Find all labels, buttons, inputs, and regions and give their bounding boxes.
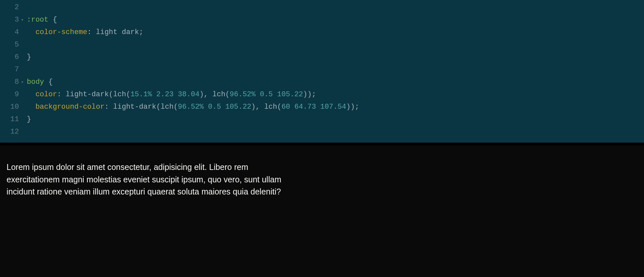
code-token: 15.1% (130, 90, 152, 99)
code-token (290, 103, 294, 111)
code-token: } (27, 115, 31, 123)
code-editor[interactable]: 23▾:root {4 color-scheme: light dark;5 6… (0, 0, 644, 142)
line-number[interactable]: 5 (0, 39, 21, 51)
line-number[interactable]: 12 (0, 126, 21, 138)
code-token: 96.52% (178, 103, 204, 111)
code-token: 0.5 (208, 103, 221, 111)
preview-pane: Lorem ipsum dolor sit amet consectetur, … (0, 145, 644, 211)
code-token (27, 28, 35, 36)
code-token: light-dark(lch( (113, 103, 178, 111)
code-token: ; (139, 28, 143, 36)
fold-icon[interactable]: ▾ (21, 14, 27, 26)
code-token: light dark (96, 28, 139, 36)
code-token (316, 103, 320, 111)
code-token: 2.23 (156, 90, 174, 99)
code-token: { (48, 16, 57, 24)
line-number[interactable]: 8 (0, 76, 21, 88)
code-token (204, 103, 208, 111)
code-token: 60 (281, 103, 290, 111)
code-token: background-color (35, 103, 104, 111)
code-token: color-scheme (35, 28, 87, 36)
code-token: ; (355, 103, 359, 111)
code-token (152, 90, 156, 99)
code-line[interactable]: 2 (0, 1, 644, 14)
code-token: )) (346, 103, 355, 111)
line-number[interactable]: 11 (0, 113, 21, 126)
code-line[interactable]: 9 color: light-dark(lch(15.1% 2.23 38.04… (0, 88, 644, 101)
code-token (221, 103, 225, 111)
code-token: { (44, 78, 53, 86)
code-content[interactable]: background-color: light-dark(lch(96.52% … (27, 101, 359, 113)
code-token: )) (303, 90, 312, 99)
code-line[interactable]: 7 (0, 64, 644, 76)
code-line[interactable]: 10 background-color: light-dark(lch(96.5… (0, 101, 644, 113)
code-token (256, 90, 260, 99)
code-token: 64.73 (295, 103, 316, 111)
pane-divider[interactable] (0, 142, 644, 145)
code-line[interactable]: 8▾body { (0, 76, 644, 88)
code-content[interactable]: } (27, 113, 31, 126)
code-token (27, 103, 35, 111)
code-token: } (27, 53, 31, 61)
code-token (273, 90, 277, 99)
line-number[interactable]: 9 (0, 88, 21, 101)
code-token: : (87, 28, 96, 36)
code-line[interactable]: 3▾:root { (0, 14, 644, 26)
code-line[interactable]: 11} (0, 113, 644, 126)
code-content[interactable]: } (27, 51, 31, 64)
code-content[interactable]: color-scheme: light dark; (27, 26, 143, 39)
code-token (27, 90, 35, 99)
code-line[interactable]: 12 (0, 126, 644, 138)
code-token (27, 41, 35, 49)
code-token: 96.52% (230, 90, 256, 99)
code-token (174, 90, 178, 99)
code-token: 107.54 (320, 103, 346, 111)
code-content[interactable]: body { (27, 76, 53, 88)
code-token: ; (312, 90, 316, 99)
line-number[interactable]: 10 (0, 101, 21, 113)
code-content[interactable]: color: light-dark(lch(15.1% 2.23 38.04),… (27, 88, 316, 101)
code-token: : (57, 90, 65, 99)
line-number[interactable]: 7 (0, 64, 21, 76)
code-line[interactable]: 4 color-scheme: light dark; (0, 26, 644, 39)
code-token: light-dark(lch( (66, 90, 130, 99)
code-token: :root (27, 16, 48, 24)
code-token: body (27, 78, 44, 86)
code-token: 105.22 (225, 103, 251, 111)
code-content[interactable]: :root { (27, 14, 57, 26)
code-line[interactable]: 6} (0, 51, 644, 64)
code-content[interactable] (27, 39, 35, 51)
preview-text: Lorem ipsum dolor sit amet consectetur, … (7, 161, 294, 198)
line-number[interactable]: 2 (0, 1, 21, 14)
code-token: 38.04 (178, 90, 199, 99)
code-token: 0.5 (260, 90, 273, 99)
code-token: 105.22 (277, 90, 303, 99)
code-token: ), lch( (199, 90, 229, 99)
code-token: : (105, 103, 113, 111)
line-number[interactable]: 4 (0, 26, 21, 39)
code-token: ), lch( (251, 103, 281, 111)
code-token: color (35, 90, 57, 99)
code-line[interactable]: 5 (0, 39, 644, 51)
line-number[interactable]: 3 (0, 14, 21, 26)
line-number[interactable]: 6 (0, 51, 21, 64)
fold-icon[interactable]: ▾ (21, 76, 27, 88)
